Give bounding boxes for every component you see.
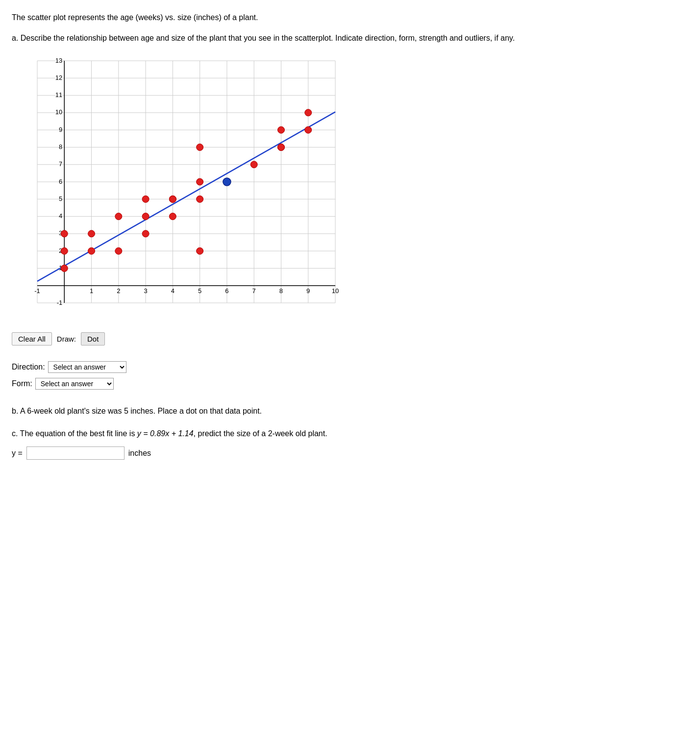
intro-text: The scatter plot represents the age (wee… <box>12 12 688 24</box>
clear-all-button[interactable]: Clear All <box>12 332 52 346</box>
form-row: Form: Select an answer <box>12 376 688 392</box>
chart-controls: Clear All Draw: Dot <box>12 332 688 346</box>
answer-c-input[interactable] <box>26 446 125 460</box>
question-c-prefix: c. The equation of the best fit line is <box>12 429 137 438</box>
question-c-text: c. The equation of the best fit line is … <box>12 428 688 440</box>
draw-mode-indicator: Dot <box>81 332 105 346</box>
direction-form-section: Direction: Select an answer Form: Select… <box>12 359 688 392</box>
answer-c-suffix: inches <box>128 449 151 458</box>
scatter-chart-container <box>12 51 345 325</box>
form-select[interactable]: Select an answer <box>35 378 114 390</box>
direction-select[interactable]: Select an answer <box>48 361 126 373</box>
direction-row: Direction: Select an answer <box>12 359 688 375</box>
form-label: Form: <box>12 376 32 392</box>
draw-label: Draw: <box>57 335 76 343</box>
direction-label: Direction: <box>12 359 45 375</box>
answer-c-row: y = inches <box>12 446 688 460</box>
question-c-suffix: , predict the size of a 2-week old plant… <box>194 429 327 438</box>
answer-c-prefix: y = <box>12 449 23 458</box>
question-b-text: b. A 6-week old plant's size was 5 inche… <box>12 405 688 417</box>
question-a-text: a. Describe the relationship between age… <box>12 32 688 44</box>
question-c-eq: y = 0.89x + 1.14 <box>137 429 194 438</box>
scatter-chart[interactable] <box>12 51 345 325</box>
